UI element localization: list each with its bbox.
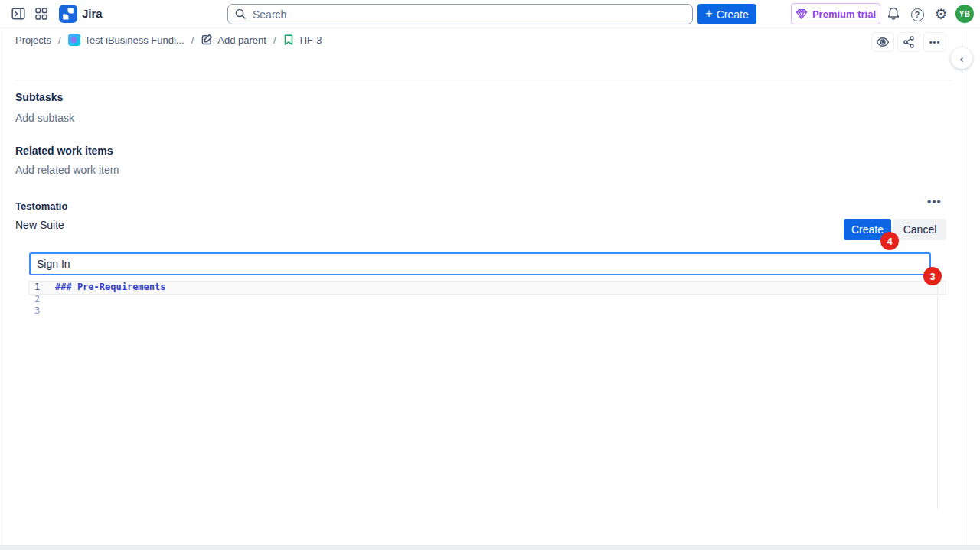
edit-icon (201, 34, 213, 46)
create-button-label: Create (717, 8, 749, 21)
eye-icon (876, 35, 890, 49)
bookmark-icon (283, 34, 294, 46)
line-number: 3 (29, 305, 55, 317)
top-navigation-bar: Jira + Create Premium trial (0, 0, 980, 28)
breadcrumb-separator: / (273, 34, 276, 46)
breadcrumb-separator: / (191, 34, 194, 46)
breadcrumb-project[interactable]: Test iBusiness Fundi... (68, 34, 185, 46)
breadcrumb-separator: / (58, 34, 61, 46)
new-suite-label[interactable]: New Suite (15, 219, 64, 231)
editor-right-border (937, 282, 938, 509)
breadcrumb-projects[interactable]: Projects (15, 34, 51, 46)
gem-icon (795, 8, 808, 20)
bell-icon (886, 6, 901, 21)
breadcrumb: Projects / Test iBusiness Fundi... / Add… (15, 28, 322, 51)
settings-button[interactable]: ⚙ (933, 5, 949, 22)
code-line-3: 3 (29, 305, 946, 317)
help-button[interactable]: ? (910, 7, 925, 22)
breadcrumb-bar: Projects / Test iBusiness Fundi... / Add… (0, 28, 980, 52)
plus-icon: + (705, 8, 712, 20)
annotation-badge-3: 3 (923, 267, 942, 285)
add-related-work-item-button[interactable]: Add related work item (15, 164, 119, 176)
app-switcher-button[interactable] (34, 6, 49, 21)
gear-icon: ⚙ (934, 7, 947, 21)
ellipsis-icon: ••• (927, 195, 942, 208)
avatar-initials: YB (959, 10, 971, 18)
page-bottom-edge (0, 545, 980, 550)
breadcrumb-divider (15, 80, 952, 80)
code-text: ### Pre-Requirements (55, 282, 166, 294)
user-avatar[interactable]: YB (956, 5, 974, 23)
more-actions-button[interactable]: ••• (923, 32, 946, 52)
breadcrumb-issue-key[interactable]: TIF-3 (283, 34, 322, 46)
create-button[interactable]: + Create (697, 4, 756, 24)
testomatio-heading: Testomatio (15, 200, 67, 212)
watch-button[interactable] (871, 32, 894, 52)
notifications-button[interactable] (885, 5, 902, 22)
code-line-1: 1 ### Pre-Requirements (29, 282, 946, 294)
app-switcher-icon (34, 6, 49, 21)
suite-title-input[interactable] (29, 252, 931, 275)
suite-cancel-button[interactable]: Cancel (893, 219, 946, 240)
issue-actions: ••• (871, 32, 946, 52)
sidebar-toggle-button[interactable] (11, 6, 26, 21)
ellipsis-icon: ••• (929, 37, 941, 47)
search-input[interactable] (227, 4, 693, 24)
premium-trial-label: Premium trial (812, 8, 876, 20)
code-editor[interactable]: 1 ### Pre-Requirements 2 3 (29, 282, 946, 317)
add-parent-button[interactable]: Add parent (201, 34, 266, 46)
panel-left-border (2, 31, 2, 545)
line-number: 2 (29, 294, 55, 306)
related-work-items-heading: Related work items (15, 145, 113, 157)
subtasks-heading: Subtasks (15, 91, 63, 103)
panel-right-divider (962, 31, 962, 545)
global-search (227, 4, 693, 24)
collapse-panel-button[interactable]: ‹ (951, 47, 972, 69)
share-button[interactable] (897, 32, 920, 52)
line-number: 1 (29, 282, 55, 294)
testomatio-more-button[interactable]: ••• (927, 195, 942, 208)
help-icon: ? (911, 8, 924, 21)
search-icon (234, 8, 247, 20)
chevron-left-icon: ‹ (960, 52, 964, 65)
jira-logo-icon[interactable] (59, 5, 77, 23)
app-title: Jira (82, 7, 103, 20)
premium-trial-button[interactable]: Premium trial (791, 3, 880, 24)
add-subtask-button[interactable]: Add subtask (15, 112, 74, 124)
annotation-badge-4: 4 (880, 232, 899, 250)
code-line-2: 2 (29, 294, 946, 306)
jira-mark-icon (59, 5, 77, 23)
sidebar-toggle-icon (11, 6, 26, 21)
share-icon (902, 35, 916, 49)
project-avatar-icon (68, 34, 80, 46)
